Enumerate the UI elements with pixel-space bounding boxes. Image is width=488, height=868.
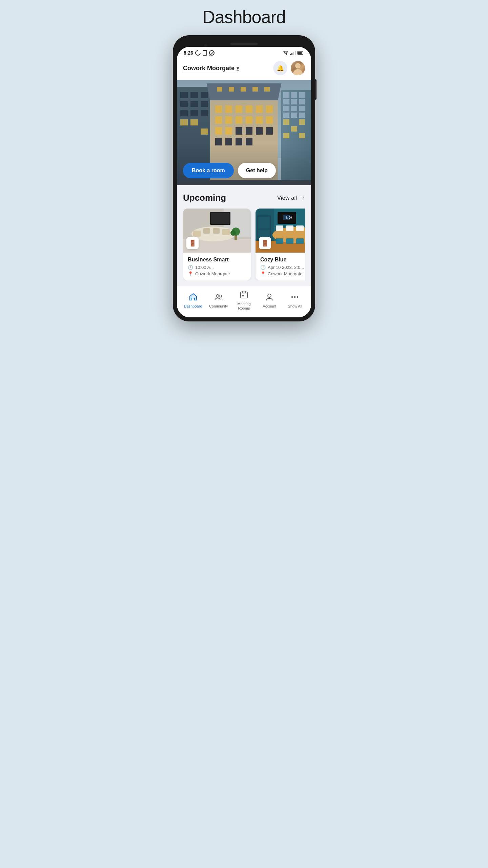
upcoming-title: Upcoming	[183, 193, 226, 203]
svg-point-115	[268, 294, 271, 297]
get-help-button[interactable]: Get help	[238, 163, 276, 178]
room-location-text-1: Cowork Moorgate	[195, 271, 230, 276]
room-card-2[interactable]: 4:50 🚪 Cozy Blue	[256, 209, 305, 280]
sd-icon	[203, 50, 207, 56]
signal-icon	[290, 51, 296, 55]
block-icon	[209, 50, 215, 56]
svg-point-108	[216, 295, 219, 297]
chevron-down-icon: ▾	[237, 65, 239, 71]
nav-label-show-all: Show All	[288, 304, 302, 309]
app-header: Cowork Moorgate ▾ 🔔	[177, 58, 311, 80]
bottom-nav: Dashboard Community	[177, 286, 311, 317]
svg-rect-102	[258, 217, 270, 229]
room-location-text-2: Cowork Moorgate	[268, 271, 303, 276]
phone-shell: 8:26	[173, 35, 315, 321]
bell-icon: 🔔	[277, 64, 284, 72]
hero-section: Book a room Get help	[177, 80, 311, 185]
sync-icon	[194, 49, 202, 57]
battery-icon	[297, 51, 304, 55]
view-all-link[interactable]: View all →	[277, 194, 305, 201]
status-left: 8:26	[184, 50, 215, 56]
room-time-1: 🕐 10:00 A...	[188, 265, 246, 270]
account-icon	[265, 293, 274, 303]
view-all-text: View all	[277, 195, 297, 201]
svg-point-118	[297, 296, 298, 297]
header-actions: 🔔	[273, 61, 305, 75]
upcoming-section: Upcoming View all →	[177, 185, 311, 286]
notifications-button[interactable]: 🔔	[273, 61, 287, 75]
svg-rect-91	[296, 225, 304, 231]
svg-rect-81	[211, 213, 229, 224]
nav-item-community[interactable]: Community	[206, 293, 231, 309]
room-time-text-2: Apr 10 2023, 2:0...	[268, 265, 304, 270]
svg-rect-89	[276, 225, 283, 231]
nav-label-dashboard: Dashboard	[184, 304, 202, 309]
status-right	[283, 51, 304, 55]
door-icon-1: 🚪	[189, 239, 196, 247]
room-location-1: 📍 Cowork Moorgate	[188, 271, 246, 276]
svg-rect-110	[241, 292, 247, 298]
action-buttons: Book a room Get help	[183, 163, 276, 178]
room-info-2: Cozy Blue 🕐 Apr 10 2023, 2:0... 📍 Cowork…	[256, 253, 305, 280]
location-selector[interactable]: Cowork Moorgate ▾	[183, 65, 239, 72]
pin-icon-1: 📍	[188, 271, 193, 276]
nav-label-meeting-rooms: MeetingRooms	[237, 302, 250, 311]
arrow-right-icon: →	[299, 194, 305, 201]
pin-icon-2: 📍	[260, 271, 266, 276]
nav-item-meeting-rooms[interactable]: MeetingRooms	[231, 290, 257, 311]
avatar-image	[291, 61, 305, 75]
nav-item-account[interactable]: Account	[257, 293, 282, 309]
svg-rect-77	[203, 228, 210, 234]
wifi-icon	[283, 51, 288, 55]
svg-rect-114	[242, 295, 244, 296]
room-name-1: Business Smart	[188, 257, 246, 263]
book-room-button[interactable]: Book a room	[183, 163, 234, 178]
svg-point-84	[230, 230, 236, 236]
clock-icon-2: 🕐	[260, 265, 266, 270]
clock-icon-1: 🕐	[188, 265, 193, 270]
room-time-text-1: 10:00 A...	[195, 265, 214, 270]
calendar-icon	[240, 290, 248, 300]
avatar[interactable]	[291, 61, 305, 75]
door-icon-2: 🚪	[261, 239, 269, 247]
home-icon	[189, 293, 198, 303]
section-header: Upcoming View all →	[183, 193, 305, 203]
more-icon	[290, 293, 299, 303]
status-time: 8:26	[184, 50, 193, 56]
speaker-grille	[230, 43, 258, 45]
nav-item-dashboard[interactable]: Dashboard	[180, 293, 206, 309]
room-info-1: Business Smart 🕐 10:00 A... 📍 Cowork Moo…	[183, 253, 251, 280]
page-title: Dashboard	[202, 7, 285, 27]
svg-rect-76	[193, 231, 201, 237]
page-wrapper: Dashboard 8:26	[169, 7, 319, 321]
room-image-1: 🚪	[183, 209, 251, 253]
room-image-2: 4:50 🚪	[256, 209, 305, 253]
svg-text:4:50: 4:50	[285, 216, 292, 219]
nav-label-community: Community	[209, 304, 228, 309]
phone-screen: 8:26	[177, 47, 311, 317]
svg-point-116	[291, 296, 293, 297]
svg-rect-78	[213, 228, 220, 234]
room-badge-2: 🚪	[259, 237, 271, 249]
svg-rect-90	[286, 225, 293, 231]
room-name-2: Cozy Blue	[260, 257, 305, 263]
nav-item-show-all[interactable]: Show All	[282, 293, 308, 309]
nav-label-account: Account	[263, 304, 276, 309]
room-badge-1: 🚪	[186, 237, 199, 249]
svg-point-117	[294, 296, 296, 297]
svg-rect-79	[222, 229, 230, 235]
room-card[interactable]: 🚪 Business Smart 🕐 10:00 A... 📍 C	[183, 209, 251, 280]
svg-point-109	[220, 295, 222, 297]
rooms-scroll: 🚪 Business Smart 🕐 10:00 A... 📍 C	[183, 209, 305, 280]
community-icon	[214, 293, 223, 303]
svg-rect-94	[286, 238, 293, 244]
status-bar: 8:26	[177, 47, 311, 58]
svg-rect-93	[276, 238, 283, 244]
location-name: Cowork Moorgate	[183, 65, 235, 72]
room-location-2: 📍 Cowork Moorgate	[260, 271, 305, 276]
svg-rect-95	[296, 238, 304, 244]
room-time-2: 🕐 Apr 10 2023, 2:0...	[260, 265, 305, 270]
